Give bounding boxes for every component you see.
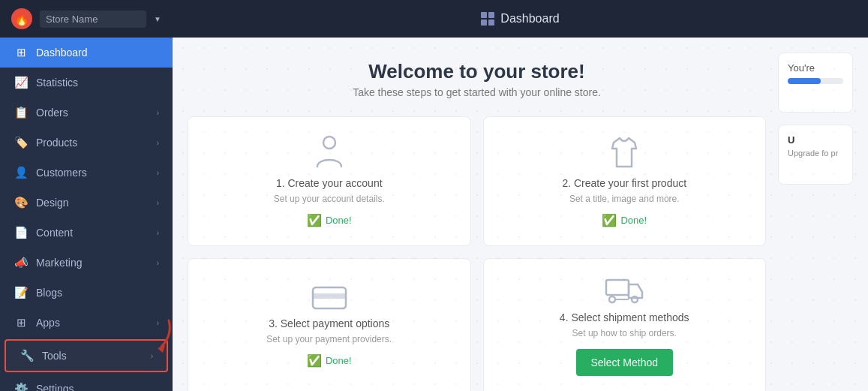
customers-chevron: › — [157, 169, 159, 177]
sidebar-item-marketing[interactable]: 📣 Marketing › — [0, 248, 173, 278]
check-circle-icon-2: ✅ — [602, 213, 617, 227]
right-card-2-text: U — [788, 134, 843, 146]
card-shipment-subtitle: Set up how to ship orders. — [572, 328, 677, 338]
sidebar-label-apps: Apps — [36, 317, 149, 329]
progress-bar — [788, 78, 821, 84]
sidebar-item-tools[interactable]: 🔧 Tools › — [5, 339, 168, 372]
sidebar-item-apps[interactable]: ⊞ Apps › — [0, 308, 173, 338]
cards-grid: 1. Create your account Set up your accou… — [188, 116, 766, 391]
content-chevron: › — [157, 229, 159, 237]
sidebar-label-tools: Tools — [42, 350, 143, 362]
card-payment-subtitle: Set up your payment providers. — [266, 334, 392, 344]
shirt-icon — [609, 135, 639, 173]
logo-area: 🔥 Store Name ▼ — [0, 8, 173, 29]
flame-icon: 🔥 — [14, 12, 29, 26]
store-name[interactable]: Store Name — [40, 11, 146, 28]
apps-chevron: › — [157, 319, 159, 327]
sidebar-label-dashboard: Dashboard — [36, 47, 159, 59]
card-payment-title: 3. Select payment options — [269, 317, 389, 329]
store-dropdown-arrow[interactable]: ▼ — [154, 15, 161, 23]
topbar-title-text: Dashboard — [500, 12, 559, 26]
sidebar-item-customers[interactable]: 👤 Customers › — [0, 158, 173, 188]
main-content: Welcome to your store! Take these steps … — [173, 38, 868, 391]
sidebar-label-statistics: Statistics — [36, 77, 159, 89]
sidebar-label-settings: Settings — [36, 383, 159, 391]
marketing-chevron: › — [157, 259, 159, 267]
card-create-account-subtitle: Set up your account details. — [274, 194, 385, 204]
credit-card-icon — [311, 286, 347, 313]
card-payment-options: 3. Select payment options Set up your pa… — [188, 258, 471, 391]
main-area: Welcome to your store! Take these steps … — [173, 0, 868, 391]
sidebar-label-customers: Customers — [36, 167, 149, 179]
dashboard-icon: ⊞ — [14, 46, 29, 59]
marketing-icon: 📣 — [14, 256, 29, 269]
sidebar-item-orders[interactable]: 📋 Orders › — [0, 98, 173, 128]
content-icon: 📄 — [14, 226, 29, 239]
tools-chevron: › — [151, 352, 153, 360]
svg-point-5 — [609, 296, 615, 302]
sidebar-label-content: Content — [36, 227, 149, 239]
design-chevron: › — [157, 199, 159, 207]
tools-icon: 🔧 — [20, 349, 35, 362]
card-payment-status: ✅ Done! — [307, 353, 352, 368]
sidebar-item-design[interactable]: 🎨 Design › — [0, 188, 173, 218]
grid-icon — [481, 12, 494, 26]
right-panel: You're U Upgrade fo pr — [778, 53, 853, 376]
svg-point-6 — [632, 296, 638, 302]
sidebar-label-products: Products — [36, 137, 149, 149]
welcome-title: Welcome to your store! — [188, 60, 766, 83]
products-chevron: › — [157, 139, 159, 147]
sidebar-label-design: Design — [36, 197, 149, 209]
orders-chevron: › — [157, 109, 159, 117]
check-circle-icon-3: ✅ — [307, 353, 322, 368]
welcome-section: Welcome to your store! Take these steps … — [188, 53, 766, 110]
sidebar-label-orders: Orders — [36, 107, 149, 119]
done-label-1: Done! — [326, 215, 352, 226]
truck-icon — [605, 277, 644, 307]
blogs-icon: 📝 — [14, 286, 29, 299]
person-icon — [314, 135, 344, 173]
topbar-center: Dashboard — [173, 12, 868, 26]
sidebar-item-statistics[interactable]: 📈 Statistics — [0, 68, 173, 98]
right-card-2-subtext: Upgrade fo pr — [788, 149, 843, 158]
card-create-product: 2. Create your first product Set a title… — [483, 116, 767, 246]
done-label-2: Done! — [620, 215, 647, 226]
orders-icon: 📋 — [14, 106, 29, 119]
content-left: Welcome to your store! Take these steps … — [188, 53, 766, 376]
sidebar-label-blogs: Blogs — [36, 287, 159, 299]
right-card-1-text: You're — [788, 62, 843, 74]
customers-icon: 👤 — [14, 166, 29, 179]
apps-icon: ⊞ — [14, 316, 29, 329]
card-create-account-title: 1. Create your account — [276, 177, 383, 189]
check-circle-icon: ✅ — [307, 213, 322, 227]
svg-rect-1 — [323, 137, 335, 149]
card-create-product-subtitle: Set a title, image and more. — [569, 194, 680, 204]
progress-bar-container — [788, 78, 843, 84]
card-create-product-status: ✅ Done! — [602, 213, 647, 227]
top-bar: 🔥 Store Name ▼ Dashboard — [0, 0, 868, 38]
welcome-subtitle: Take these steps to get started with you… — [188, 86, 766, 98]
sidebar-item-blogs[interactable]: 📝 Blogs — [0, 278, 173, 308]
settings-icon: ⚙️ — [14, 382, 29, 391]
select-method-button[interactable]: Select Method — [576, 349, 674, 376]
sidebar-item-settings[interactable]: ⚙️ Settings — [0, 374, 173, 391]
svg-rect-3 — [313, 293, 346, 299]
sidebar-item-content[interactable]: 📄 Content › — [0, 218, 173, 248]
card-create-account: 1. Create your account Set up your accou… — [188, 116, 471, 246]
card-shipment-title: 4. Select shipment methods — [560, 311, 689, 323]
topbar-title: Dashboard — [481, 12, 559, 26]
card-shipment: 4. Select shipment methods Set up how to… — [483, 258, 767, 391]
sidebar: ⊞ Dashboard 📈 Statistics 📋 Orders › 🏷️ P… — [0, 0, 173, 391]
svg-rect-4 — [606, 280, 629, 295]
sidebar-item-dashboard[interactable]: ⊞ Dashboard — [0, 38, 173, 68]
design-icon: 🎨 — [14, 196, 29, 209]
right-card-1: You're — [778, 53, 853, 113]
done-label-3: Done! — [326, 355, 352, 366]
card-create-product-title: 2. Create your first product — [562, 177, 686, 189]
sidebar-item-products[interactable]: 🏷️ Products › — [0, 128, 173, 158]
tools-wrapper: 🔧 Tools › — [0, 338, 173, 374]
products-icon: 🏷️ — [14, 136, 29, 149]
statistics-icon: 📈 — [14, 76, 29, 89]
logo-icon: 🔥 — [11, 8, 32, 29]
card-create-account-status: ✅ Done! — [307, 213, 352, 227]
